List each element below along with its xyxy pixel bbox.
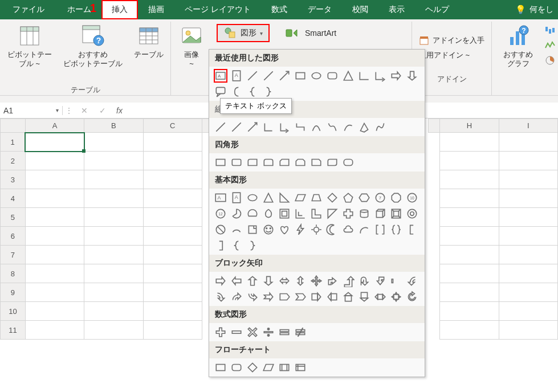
shape-b-diag[interactable]	[325, 207, 339, 220]
cell[interactable]	[499, 152, 557, 170]
chevron-down-icon[interactable]: ▾	[56, 107, 59, 113]
shape-down-arrow[interactable]	[405, 69, 419, 83]
cell[interactable]	[84, 189, 143, 208]
shape-arrow-quad[interactable]	[309, 274, 323, 288]
cell[interactable]	[25, 152, 84, 170]
tab-help[interactable]: ヘルプ	[415, 0, 459, 19]
table-button[interactable]: テーブル	[129, 22, 168, 59]
cell[interactable]	[440, 246, 499, 264]
shape-vertical-textbox[interactable]: A	[230, 69, 243, 83]
shape-b-no[interactable]	[214, 223, 227, 236]
cell[interactable]	[499, 264, 557, 283]
cell[interactable]	[143, 283, 202, 302]
shape-b-dec[interactable]: 10	[405, 191, 419, 205]
shape-b-tri[interactable]	[262, 191, 275, 205]
shape-b-lbrace[interactable]	[230, 239, 243, 252]
shape-b-l[interactable]	[309, 207, 323, 220]
col-B[interactable]: B	[84, 119, 143, 133]
cell[interactable]	[440, 133, 499, 152]
shape-b-heart[interactable]	[278, 223, 291, 236]
shape-b-vtextbox[interactable]: A	[230, 191, 243, 205]
shape-arrow-lr[interactable]	[278, 274, 291, 288]
shape-arrow-bend2[interactable]	[373, 274, 387, 288]
shape-b-tear[interactable]	[262, 207, 275, 220]
row-8[interactable]: 8	[1, 264, 26, 283]
rec-charts-button[interactable]: ? おすすめ グラフ	[499, 22, 537, 69]
shape-arrow-curve-r[interactable]	[214, 290, 227, 304]
cell[interactable]	[143, 189, 202, 208]
row-5[interactable]: 5	[1, 208, 26, 227]
tab-review[interactable]: 校閲	[342, 0, 378, 19]
cell[interactable]	[25, 227, 84, 246]
shape-math-minus[interactable]	[230, 325, 243, 339]
shape-arrow-pent[interactable]	[278, 290, 291, 304]
cell[interactable]	[84, 208, 143, 227]
cell[interactable]	[440, 152, 499, 170]
shape-b-hept[interactable]: 7	[373, 191, 387, 205]
tab-home[interactable]: ホーム	[57, 0, 101, 19]
shape-b-bolt[interactable]	[294, 223, 307, 236]
tab-file[interactable]: ファイル	[0, 0, 57, 19]
cell[interactable]	[440, 264, 499, 283]
shape-line-a[interactable]	[214, 120, 227, 134]
shape-b-fold[interactable]	[246, 223, 259, 236]
shape-arrow-call-u[interactable]	[341, 290, 355, 304]
shape-arrow-bentup[interactable]	[341, 274, 355, 288]
cell[interactable]	[84, 302, 143, 321]
waterfall-chart-icon[interactable]	[544, 25, 556, 38]
cell[interactable]	[84, 133, 143, 152]
cell[interactable]	[84, 321, 143, 340]
shape-arrow-ud[interactable]	[294, 274, 307, 288]
shape-b-textbox[interactable]: A	[214, 191, 227, 205]
cell[interactable]	[84, 152, 143, 170]
shape-arrow-r[interactable]	[214, 274, 227, 288]
map-chart-icon[interactable]	[544, 40, 556, 53]
confirm-icon[interactable]: ✓	[96, 106, 109, 115]
cell[interactable]	[84, 170, 143, 189]
shape-b-can[interactable]	[357, 207, 371, 220]
cell[interactable]	[143, 170, 202, 189]
shape-rect7[interactable]	[309, 156, 323, 169]
shape-curve-c[interactable]	[341, 120, 355, 134]
cell[interactable]	[143, 302, 202, 321]
shape-b-lbrack[interactable]	[405, 223, 419, 236]
shape-math-neq[interactable]	[294, 325, 307, 339]
shape-b-chord[interactable]	[246, 207, 259, 220]
shape-arrow-uturn[interactable]	[357, 274, 371, 288]
cell[interactable]	[84, 227, 143, 246]
select-all[interactable]	[1, 119, 26, 133]
shape-b-rbrack[interactable]	[214, 239, 227, 252]
tell-me-area[interactable]: 💡 何をし	[515, 0, 558, 19]
shape-rect9[interactable]	[341, 156, 355, 169]
smartart-button[interactable]: SmartArt	[280, 25, 342, 41]
cell[interactable]	[499, 283, 557, 302]
dropdown-dots-icon[interactable]: ⋮	[65, 106, 73, 115]
shape-b-pent[interactable]	[341, 191, 355, 205]
cell[interactable]	[25, 189, 84, 208]
shape-rect8[interactable]	[325, 156, 339, 169]
cell[interactable]	[143, 264, 202, 283]
shape-elbow-arrow[interactable]	[373, 69, 387, 83]
cell[interactable]	[84, 283, 143, 302]
name-box[interactable]: A1 ▾	[0, 106, 63, 115]
cancel-icon[interactable]: ✕	[78, 106, 91, 115]
cell[interactable]	[25, 170, 84, 189]
shape-b-arc[interactable]	[230, 223, 243, 236]
row-3[interactable]: 3	[1, 170, 26, 189]
shape-b-frame[interactable]	[278, 207, 291, 220]
shape-rounded-rect[interactable]	[325, 69, 339, 83]
cell[interactable]	[84, 246, 143, 264]
fx-icon[interactable]: fx	[112, 106, 127, 115]
cell[interactable]	[143, 246, 202, 264]
cell[interactable]	[440, 189, 499, 208]
my-addins-button[interactable]: 人用アドイン ~	[419, 50, 470, 60]
shape-arrow-bent[interactable]	[325, 274, 339, 288]
shape-b-arc2[interactable]	[357, 223, 371, 236]
cell[interactable]	[440, 302, 499, 321]
shape-b-moon[interactable]	[325, 223, 339, 236]
row-10[interactable]: 10	[1, 302, 26, 321]
shape-elbow[interactable]	[357, 69, 371, 83]
shape-rect1[interactable]	[214, 156, 227, 169]
shape-oval[interactable]	[309, 69, 323, 83]
shape-b-smiley[interactable]	[262, 223, 275, 236]
